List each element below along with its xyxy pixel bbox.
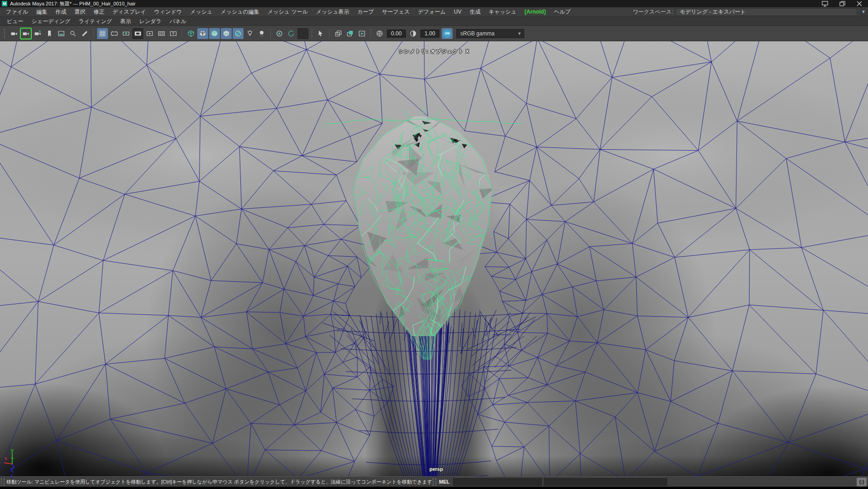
pan-zoom-button[interactable] — [68, 28, 78, 39]
panel-menu-item[interactable]: ビュー — [3, 17, 28, 26]
axis-y-label: y — [11, 447, 14, 453]
camera-tools-button[interactable] — [9, 28, 20, 39]
gatemask-icon — [134, 30, 141, 37]
workspace-value[interactable]: モデリング - エキスパート — [676, 8, 857, 16]
menu-item[interactable]: 編集 — [32, 7, 51, 16]
bottom-edge — [0, 487, 868, 489]
isolate-select-button-1[interactable] — [333, 28, 344, 39]
exposure-field[interactable] — [387, 29, 406, 38]
menu-item[interactable]: デフォーム — [414, 7, 450, 16]
menu-item[interactable]: 作成 — [51, 7, 70, 16]
mel-result-field[interactable] — [544, 478, 667, 486]
lighting-button[interactable] — [244, 28, 255, 39]
panel-menu-item[interactable]: ライティング — [74, 17, 116, 26]
menu-item[interactable]: メッシュ表示 — [312, 7, 353, 16]
shadows-button[interactable] — [256, 28, 267, 39]
checker-icon — [234, 30, 242, 37]
toolbar-grip[interactable] — [4, 29, 6, 38]
symmetry-hud-label: シンメトリ: オブジェクト X — [399, 48, 469, 55]
isolate-select-button-2[interactable] — [345, 28, 356, 39]
darktoggle-icon — [299, 30, 307, 37]
contrast-icon-button[interactable] — [408, 28, 419, 39]
resolution-gate-button[interactable] — [121, 28, 132, 39]
resgate-icon — [122, 30, 130, 37]
anti-alias-button[interactable] — [286, 28, 297, 39]
title-bar: M Autodesk Maya 2017: 無題* --- PHM_00_Hai… — [0, 0, 868, 7]
menu-item[interactable]: ディスプレイ — [108, 7, 150, 16]
shadedcube-icon — [199, 30, 206, 37]
chevron-down-icon[interactable]: ▼ — [860, 8, 867, 16]
menu-item[interactable]: カーブ — [353, 7, 378, 16]
commandline-grip[interactable] — [433, 478, 436, 486]
close-button[interactable] — [856, 1, 863, 6]
mel-command-input[interactable] — [453, 478, 542, 486]
menu-item[interactable]: [Arnold] — [521, 7, 550, 16]
toolbar-separator — [270, 29, 271, 38]
panel-menu-item[interactable]: シェーディング — [28, 17, 75, 26]
axis-z-label: z — [10, 473, 13, 479]
menu-item[interactable]: キャッシュ — [484, 7, 520, 16]
fieldchart-icon — [146, 30, 153, 37]
help-line-text: 移動ツール: マニピュレータを使用してオブジェクトを移動します。[Ctrl]キー… — [6, 479, 432, 485]
menu-item[interactable]: サーフェス — [378, 7, 414, 16]
viewport-canvas[interactable] — [0, 41, 868, 476]
gamma-select[interactable]: sRGB gamma▼ — [456, 29, 524, 38]
workspace-selector: ワークスペース: モデリング - エキスパート ▼ — [633, 8, 868, 16]
menu-item[interactable]: メッシュ — [186, 7, 216, 16]
color-management-toggle[interactable]: ON — [442, 28, 453, 39]
grease-pencil-button[interactable] — [79, 28, 90, 39]
menu-item[interactable]: ヘルプ — [550, 7, 575, 16]
shadow-icon — [258, 30, 265, 37]
contrast-field[interactable] — [420, 29, 439, 38]
image-plane-button[interactable] — [56, 28, 67, 39]
bookmark-button[interactable] — [44, 28, 55, 39]
shaded-display-button[interactable] — [197, 28, 208, 39]
filmgate-icon — [111, 30, 118, 37]
ambient-occlusion-button[interactable] — [274, 28, 285, 39]
lock-camera-button[interactable] — [20, 28, 31, 39]
wireframe-on-shaded-button[interactable] — [209, 28, 220, 39]
panel-menu-item[interactable]: レンダラ — [135, 17, 166, 26]
gate-mask-button[interactable] — [132, 28, 143, 39]
grid-toggle-button[interactable] — [97, 28, 108, 39]
field-chart-button[interactable] — [144, 28, 155, 39]
menu-item[interactable]: ファイル — [2, 7, 32, 16]
menu-bar: ファイル編集作成選択修正ディスプレイウィンドウメッシュメッシュの編集メッシュ ツ… — [0, 7, 868, 17]
menu-item[interactable]: 選択 — [70, 7, 89, 16]
wireframe-display-button[interactable] — [185, 28, 196, 39]
chevron-down-icon: ▼ — [517, 31, 522, 36]
bulb-icon — [246, 30, 254, 37]
safe-action-button[interactable] — [156, 28, 167, 39]
script-editor-button[interactable]: {;} — [857, 478, 867, 486]
toolbar-separator — [182, 29, 182, 38]
safe-title-button[interactable] — [168, 28, 179, 39]
menu-item[interactable]: ウィンドウ — [150, 7, 186, 16]
menu-item[interactable]: メッシュの編集 — [216, 7, 263, 16]
toolbar-separator — [371, 29, 371, 38]
menu-item[interactable]: 生成 — [465, 7, 484, 16]
camera-attributes-button[interactable] — [32, 28, 43, 39]
textured-display-button[interactable] — [221, 28, 232, 39]
toolbar-separator — [93, 29, 94, 38]
helpline-grip[interactable] — [1, 478, 5, 486]
menu-item[interactable]: 修正 — [89, 7, 108, 16]
panel-menu-item[interactable]: 表示 — [116, 17, 135, 26]
safeaction-icon — [158, 30, 165, 37]
film-gate-button[interactable] — [109, 28, 120, 39]
minimize-button[interactable] — [822, 1, 828, 6]
workspace-label: ワークスペース: — [633, 8, 673, 16]
restore-button[interactable] — [839, 1, 845, 6]
camera-name-label: persp — [429, 466, 443, 472]
select-tool-button[interactable] — [315, 28, 326, 39]
default-material-button[interactable] — [233, 28, 244, 39]
menu-item[interactable]: UV — [450, 7, 466, 16]
ssao-toggle-button[interactable] — [297, 28, 308, 39]
panel-menu-item[interactable]: パネル — [166, 17, 190, 26]
camattr-icon — [34, 30, 41, 37]
iso3-icon — [358, 30, 366, 37]
menu-item[interactable]: メッシュ ツール — [263, 7, 312, 16]
pencil-icon — [81, 30, 88, 37]
axis-gizmo: x y z — [2, 447, 24, 479]
exposure-icon-button[interactable] — [374, 28, 385, 39]
isolate-select-button-3[interactable] — [356, 28, 367, 39]
